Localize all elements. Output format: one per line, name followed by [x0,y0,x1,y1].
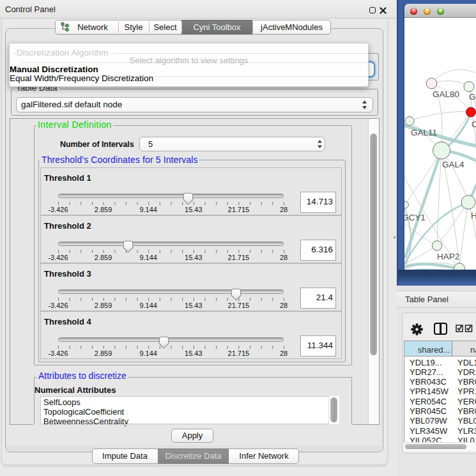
svg-text:GAL4: GAL4 [442,160,464,169]
svg-text:G: G [469,92,476,102]
svg-text:GCY1: GCY1 [404,213,426,222]
svg-text:GAL11: GAL11 [411,128,437,137]
svg-text:GAL80: GAL80 [433,89,459,99]
svg-text:HAP2: HAP2 [437,252,459,261]
svg-text:C: C [472,119,476,129]
svg-text:H: H [471,211,476,220]
